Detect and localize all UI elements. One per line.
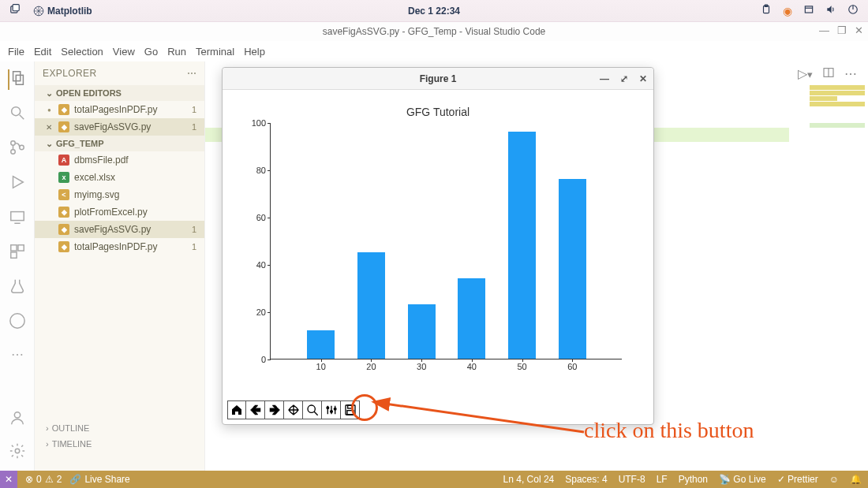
menu-view[interactable]: View — [113, 46, 135, 58]
svg-rect-10 — [16, 75, 23, 84]
close-button[interactable]: ✕ — [855, 24, 863, 36]
svg-point-26 — [308, 405, 315, 412]
figure-close-button[interactable]: ✕ — [639, 73, 647, 84]
more-icon[interactable]: ⋯ — [11, 347, 24, 362]
svg-line-12 — [19, 115, 24, 120]
svg-rect-5 — [805, 6, 812, 13]
svg-rect-16 — [10, 212, 24, 221]
file-item[interactable]: ◆totalPagesInPDF.py1 — [35, 238, 204, 255]
open-editor-item[interactable]: ◆saveFigAsSVG.py1 — [35, 118, 204, 136]
matplotlib-icon — [33, 6, 44, 17]
settings-icon[interactable] — [9, 442, 26, 463]
menu-selection[interactable]: Selection — [61, 46, 103, 58]
menu-go[interactable]: Go — [144, 46, 158, 58]
remote-indicator[interactable]: ✕ — [0, 471, 17, 488]
search-icon[interactable] — [9, 104, 26, 125]
explorer-sidebar: EXPLORER ⋯ ⌄OPEN EDITORS ◆totalPagesInPD… — [35, 61, 205, 471]
svg-point-23 — [15, 449, 20, 453]
chart-title: GFG Tutorial — [238, 106, 638, 118]
account-icon[interactable] — [9, 409, 26, 430]
toolbar-forward-button[interactable]: 🡺 — [265, 400, 284, 419]
file-item[interactable]: ◆plotFromExcel.py — [35, 203, 204, 221]
active-app[interactable]: Matplotlib — [33, 6, 92, 17]
remote-icon[interactable] — [9, 208, 26, 229]
maximize-button[interactable]: ❐ — [837, 24, 847, 36]
open-editor-item[interactable]: ◆totalPagesInPDF.py1 — [35, 101, 204, 118]
file-item[interactable]: xexcel.xlsx — [35, 169, 204, 186]
chart-bar — [559, 179, 586, 359]
figure-maximize-button[interactable]: ⤢ — [620, 73, 628, 84]
minimap[interactable] — [810, 85, 865, 132]
power-icon[interactable] — [847, 4, 859, 17]
file-name: dbmsFile.pdf — [74, 155, 129, 166]
run-button[interactable]: ▷▾ — [798, 66, 813, 82]
file-item[interactable]: AdbmsFile.pdf — [35, 151, 204, 169]
menu-file[interactable]: File — [8, 46, 24, 58]
open-editors-header[interactable]: ⌄OPEN EDITORS — [35, 85, 204, 101]
explorer-more-icon[interactable]: ⋯ — [187, 68, 196, 79]
go-live-button[interactable]: 📡 Go Live — [719, 474, 766, 485]
file-name: totalPagesInPDF.py — [74, 104, 157, 115]
volume-icon[interactable] — [825, 4, 836, 17]
chart-bar — [508, 132, 536, 359]
outline-header[interactable]: ›OUTLINE — [38, 420, 204, 436]
svg-point-32 — [330, 411, 332, 413]
timeline-header[interactable]: ›TIMELINE — [38, 436, 204, 452]
system-clock: Dec 1 22:34 — [408, 6, 460, 17]
svg-rect-19 — [17, 245, 23, 251]
menu-help[interactable]: Help — [244, 46, 265, 58]
indentation[interactable]: Spaces: 4 — [565, 474, 607, 485]
menu-edit[interactable]: Edit — [34, 46, 51, 58]
clipboard-icon[interactable] — [761, 4, 772, 17]
cursor-position[interactable]: Ln 4, Col 24 — [503, 474, 555, 485]
folder-header[interactable]: ⌄GFG_TEMP — [35, 136, 204, 151]
file-item[interactable]: ◆saveFigAsSVG.py1 — [35, 221, 204, 238]
toolbar-pan-button[interactable] — [284, 400, 303, 419]
toolbar-save-button[interactable] — [341, 400, 360, 419]
figure-title: Figure 1 — [420, 73, 457, 84]
menu-terminal[interactable]: Terminal — [196, 46, 234, 58]
matplotlib-figure-window: Figure 1 — ⤢ ✕ GFG Tutorial 020406080100… — [222, 67, 654, 425]
vscode-title-bar: saveFigAsSVG.py - GFG_Temp - Visual Stud… — [0, 22, 868, 41]
file-name: totalPagesInPDF.py — [74, 241, 157, 252]
svg-rect-18 — [10, 245, 16, 251]
figure-title-bar[interactable]: Figure 1 — ⤢ ✕ — [223, 68, 653, 90]
figure-minimize-button[interactable]: — — [600, 73, 609, 84]
notifications-icon[interactable]: 🔔 — [850, 474, 862, 485]
run-debug-icon[interactable] — [9, 173, 26, 194]
toolbar-configure-button[interactable] — [322, 400, 341, 419]
chart-axes: 020406080100102030405060 — [270, 123, 622, 359]
svg-rect-1 — [13, 5, 19, 11]
files-icon[interactable] — [9, 4, 21, 17]
eol[interactable]: LF — [657, 474, 668, 485]
annotation-text: click on this button — [584, 418, 754, 443]
problems-indicator[interactable]: ⊗ 0 ⚠ 2 — [25, 474, 62, 485]
menu-bar: File Edit Selection View Go Run Terminal… — [0, 41, 868, 61]
encoding[interactable]: UTF-8 — [619, 474, 645, 485]
toolbar-home-button[interactable] — [227, 400, 246, 419]
prettier-button[interactable]: ✓ Prettier — [777, 474, 818, 485]
file-item[interactable]: <myimg.svg — [35, 186, 204, 203]
split-editor-icon[interactable] — [822, 66, 835, 82]
menu-run[interactable]: Run — [167, 46, 186, 58]
minimize-button[interactable]: — — [819, 24, 829, 36]
language-mode[interactable]: Python — [679, 474, 708, 485]
chart-bar — [458, 278, 485, 359]
editor-more-icon[interactable]: ⋯ — [844, 66, 857, 82]
svg-rect-20 — [10, 252, 16, 258]
toolbar-back-button[interactable]: 🡸 — [246, 400, 265, 419]
feedback-icon[interactable]: ☺ — [829, 474, 839, 485]
testing-icon[interactable] — [9, 278, 26, 298]
svg-rect-9 — [13, 72, 20, 81]
extensions-icon[interactable] — [9, 243, 26, 263]
live-share-button[interactable]: 🔗 Live Share — [69, 474, 129, 485]
github-icon[interactable] — [9, 312, 26, 333]
svg-point-14 — [10, 150, 15, 155]
chart-bar — [307, 330, 335, 359]
source-control-icon[interactable] — [9, 139, 26, 159]
toolbar-zoom-button[interactable] — [303, 400, 322, 419]
browser-icon[interactable]: ◉ — [783, 5, 792, 17]
window-icon[interactable] — [803, 4, 814, 17]
svg-line-27 — [314, 412, 318, 415]
explorer-icon[interactable] — [8, 69, 27, 90]
